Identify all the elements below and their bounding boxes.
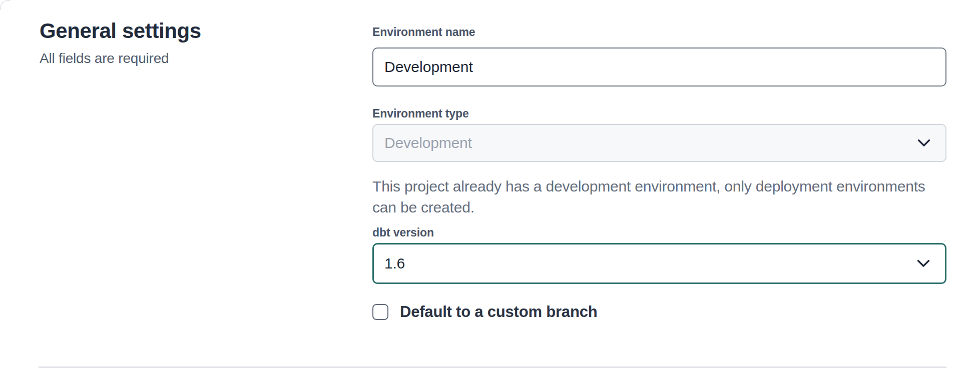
custom-branch-row: Default to a custom branch	[372, 304, 946, 320]
environment-name-input[interactable]	[372, 48, 946, 86]
environment-type-select[interactable]: Development	[372, 124, 946, 162]
general-settings-page: General settings All fields are required…	[0, 0, 980, 370]
custom-branch-label[interactable]: Default to a custom branch	[400, 303, 597, 321]
page-subtitle: All fields are required	[40, 50, 320, 67]
dbt-version-select[interactable]: 1.6	[372, 243, 946, 284]
panel-corner	[0, 0, 10, 10]
dbt-version-value: 1.6	[384, 255, 405, 272]
settings-form: Environment name Environment type Develo…	[372, 25, 946, 320]
chevron-down-icon	[917, 139, 930, 147]
section-divider	[39, 366, 946, 368]
chevron-down-icon	[917, 260, 930, 268]
dbt-version-label: dbt version	[372, 226, 946, 240]
page-title: General settings	[40, 18, 320, 44]
environment-name-label: Environment name	[372, 25, 946, 39]
environment-type-help-text: This project already has a development e…	[372, 176, 933, 218]
custom-branch-checkbox[interactable]	[372, 304, 388, 320]
environment-type-value: Development	[384, 134, 472, 152]
settings-header: General settings All fields are required	[40, 18, 320, 67]
environment-type-label: Environment type	[372, 106, 946, 120]
